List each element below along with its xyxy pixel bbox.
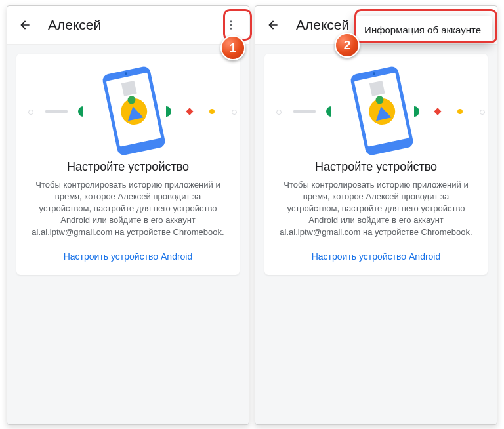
stage: Алексей Нас xyxy=(0,0,504,429)
setup-card-right: Настройте устройство Чтобы контролироват… xyxy=(264,54,488,275)
topbar-left: Алексей xyxy=(7,6,249,45)
phone-right: Алексей Информация об аккаунте xyxy=(255,5,497,425)
illustration xyxy=(274,66,478,157)
card-title-right: Настройте устройство xyxy=(274,160,478,174)
card-desc-right: Чтобы контролировать историю приложений … xyxy=(274,179,478,238)
phone-left: Алексей Нас xyxy=(7,5,249,425)
step-badge-1: 1 xyxy=(220,35,245,60)
setup-android-link-left[interactable]: Настроить устройство Android xyxy=(26,251,230,262)
card-title-left: Настройте устройство xyxy=(26,160,230,174)
page-title-left: Алексей xyxy=(36,17,220,33)
card-desc-left: Чтобы контролировать историю приложений … xyxy=(26,179,230,238)
illustration xyxy=(26,66,230,157)
phone-illustration-icon xyxy=(350,66,415,157)
step-badge-2: 2 xyxy=(335,33,360,58)
back-arrow-icon[interactable] xyxy=(262,14,284,36)
more-vert-icon[interactable] xyxy=(220,14,242,36)
setup-android-link-right[interactable]: Настроить устройство Android xyxy=(274,251,478,262)
back-arrow-icon[interactable] xyxy=(14,14,36,36)
svg-point-2 xyxy=(230,28,232,30)
svg-point-0 xyxy=(230,20,232,22)
phone-illustration-icon xyxy=(102,66,167,157)
svg-point-1 xyxy=(230,24,232,26)
setup-card-left: Настройте устройство Чтобы контролироват… xyxy=(16,54,240,275)
account-info-menu-item[interactable]: Информация об аккаунте xyxy=(354,16,492,43)
